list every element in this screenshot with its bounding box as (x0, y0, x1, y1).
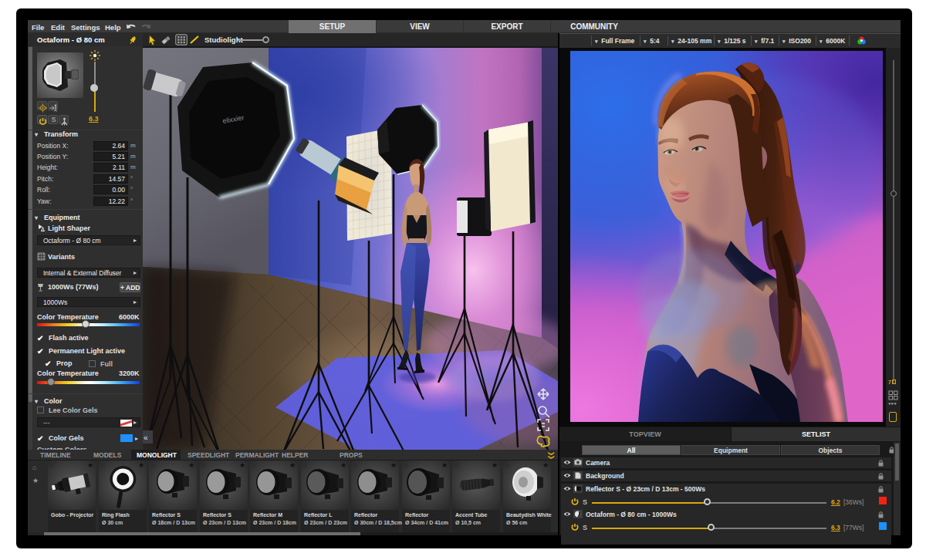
svg-text:«: « (144, 433, 148, 442)
